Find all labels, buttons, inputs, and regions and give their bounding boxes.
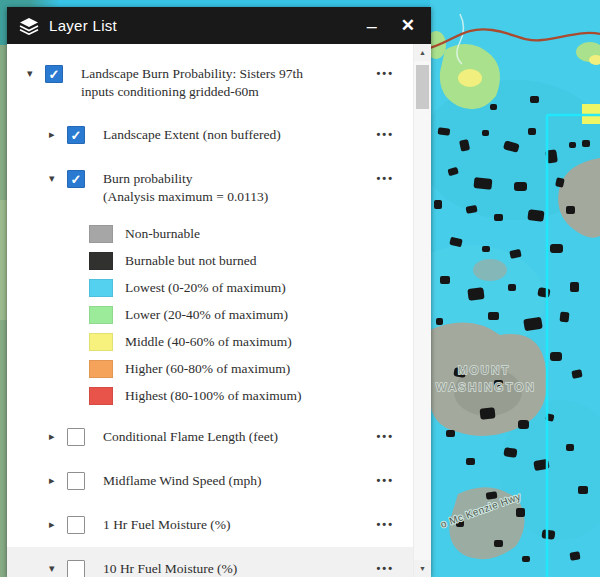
check-icon: ✓ (71, 173, 82, 186)
collapse-caret-icon[interactable]: ▾ (27, 65, 45, 82)
layer-label: Landscape Extent (non buffered) (103, 126, 281, 144)
scroll-down-button[interactable]: ▼ (414, 560, 431, 577)
check-icon: ✓ (49, 68, 60, 81)
map-view[interactable]: MOUNT WASHINGTON o Mc Kenzie Hwy (430, 0, 600, 577)
legend-swatch (89, 306, 113, 324)
collapse-caret-icon[interactable]: ▾ (49, 560, 67, 577)
layer-label: Burn probability (Analysis maximum = 0.0… (103, 170, 268, 205)
expand-caret-icon[interactable]: ▸ (49, 126, 67, 143)
panel-header: Layer List – ✕ (7, 7, 431, 44)
legend-swatch (89, 225, 113, 243)
legend-swatch (89, 360, 113, 378)
panel-scrollbar[interactable]: ▲ ▼ (413, 44, 431, 577)
layer-label: Landscape Burn Probability: Sisters 97th… (81, 65, 326, 100)
panel-body: ▾ ✓ Landscape Burn Probability: Sisters … (7, 44, 431, 577)
map-label-washington: WASHINGTON (436, 381, 536, 393)
layer-menu-button[interactable]: ••• (376, 65, 394, 82)
layer-row-landscape-burn-probability[interactable]: ▾ ✓ Landscape Burn Probability: Sisters … (7, 52, 414, 113)
layer-label: 10 Hr Fuel Moisture (%) (103, 560, 237, 577)
legend-swatch (89, 387, 113, 405)
collapse-caret-icon[interactable]: ▾ (49, 170, 67, 187)
legend-item: Lower (20-40% of maximum) (7, 301, 414, 328)
layer-row-burn-probability[interactable]: ▾ ✓ Burn probability (Analysis maximum =… (7, 157, 414, 218)
legend-label: Higher (60-80% of maximum) (125, 361, 290, 377)
layer-checkbox[interactable] (67, 472, 85, 490)
legend-item: Highest (80-100% of maximum) (7, 382, 414, 409)
minimize-button[interactable]: – (365, 17, 379, 35)
legend-label: Non-burnable (125, 226, 200, 242)
layer-menu-button[interactable]: ••• (376, 516, 394, 533)
burn-probability-legend: Non-burnable Burnable but not burned Low… (7, 220, 414, 409)
legend-item: Higher (60-80% of maximum) (7, 355, 414, 382)
check-icon: ✓ (71, 129, 82, 142)
expand-caret-icon[interactable]: ▸ (49, 428, 67, 445)
legend-swatch (89, 279, 113, 297)
legend-item: Middle (40-60% of maximum) (7, 328, 414, 355)
close-button[interactable]: ✕ (399, 17, 417, 34)
legend-label: Lowest (0-20% of maximum) (125, 280, 286, 296)
legend-label: Burnable but not burned (125, 253, 257, 269)
map-image[interactable]: MOUNT WASHINGTON o Mc Kenzie Hwy (430, 0, 600, 577)
layer-checkbox[interactable] (67, 428, 85, 446)
expand-caret-icon[interactable]: ▸ (49, 516, 67, 533)
legend-label: Highest (80-100% of maximum) (125, 388, 302, 404)
layer-label: Conditional Flame Length (feet) (103, 428, 278, 446)
legend-label: Lower (20-40% of maximum) (125, 307, 288, 323)
layer-menu-button[interactable]: ••• (376, 560, 394, 577)
layer-row-landscape-extent[interactable]: ▸ ✓ Landscape Extent (non buffered) ••• (7, 113, 414, 157)
legend-label: Middle (40-60% of maximum) (125, 334, 292, 350)
legend-item: Non-burnable (7, 220, 414, 247)
layer-label: Midflame Wind Speed (mph) (103, 472, 262, 490)
layer-checkbox[interactable]: ✓ (45, 65, 63, 83)
layer-list-panel: Layer List – ✕ ▾ ✓ Landscape Burn Probab… (7, 7, 431, 577)
scrollbar-thumb[interactable] (416, 65, 429, 109)
layer-menu-button[interactable]: ••• (376, 170, 394, 187)
expand-caret-icon[interactable]: ▸ (49, 472, 67, 489)
layers-icon (19, 17, 39, 35)
scroll-up-button[interactable]: ▲ (414, 44, 431, 61)
layer-checkbox[interactable] (67, 516, 85, 534)
map-top-strip (0, 0, 432, 7)
layer-row-10hr-fuel-moisture[interactable]: ▾ 10 Hr Fuel Moisture (%) ••• (7, 547, 414, 577)
layer-row-conditional-flame-length[interactable]: ▸ Conditional Flame Length (feet) ••• (7, 415, 414, 459)
layer-label: 1 Hr Fuel Moisture (%) (103, 516, 230, 534)
panel-title: Layer List (49, 17, 117, 34)
legend-swatch (89, 333, 113, 351)
layer-row-midflame-wind-speed[interactable]: ▸ Midflame Wind Speed (mph) ••• (7, 459, 414, 503)
layer-menu-button[interactable]: ••• (376, 428, 394, 445)
legend-item: Lowest (0-20% of maximum) (7, 274, 414, 301)
layer-checkbox[interactable] (67, 560, 85, 577)
legend-swatch (89, 252, 113, 270)
layer-checkbox[interactable]: ✓ (67, 170, 85, 188)
layer-row-1hr-fuel-moisture[interactable]: ▸ 1 Hr Fuel Moisture (%) ••• (7, 503, 414, 547)
map-label-mount: MOUNT (458, 364, 511, 376)
layer-menu-button[interactable]: ••• (376, 472, 394, 489)
legend-item: Burnable but not burned (7, 247, 414, 274)
layer-checkbox[interactable]: ✓ (67, 126, 85, 144)
layer-menu-button[interactable]: ••• (376, 126, 394, 143)
